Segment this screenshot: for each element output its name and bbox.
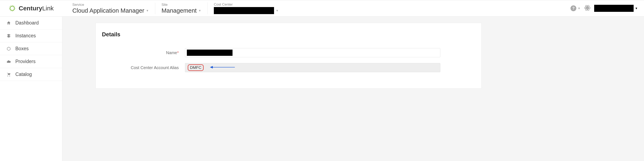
alias-readonly-field: DMFC — [185, 63, 440, 72]
sidebar-item-catalog[interactable]: Catalog — [0, 68, 62, 81]
settings-atom-icon[interactable] — [584, 4, 591, 12]
details-card: Details Name* Cost Center Account Alias … — [96, 23, 482, 88]
cloud-icon — [6, 59, 11, 64]
help-menu[interactable]: ? ▼ — [570, 6, 580, 11]
alias-row: Cost Center Account Alias DMFC — [102, 63, 475, 72]
service-label: Service — [72, 3, 149, 7]
top-bar: CenturyLink Service Cloud Application Ma… — [0, 0, 644, 16]
header-selectors: Service Cloud Application Manager ▼ Site… — [66, 2, 285, 14]
sidebar-item-label: Catalog — [15, 72, 32, 77]
caret-down-icon: ▼ — [578, 7, 580, 10]
required-asterisk: * — [177, 50, 179, 55]
sidebar-item-boxes[interactable]: Boxes — [0, 42, 62, 55]
help-icon: ? — [570, 6, 576, 11]
sidebar-item-dashboard[interactable]: Dashboard — [0, 16, 62, 30]
cost-center-label: Cost Center — [214, 2, 278, 7]
name-input[interactable] — [185, 48, 440, 57]
sidebar-item-label: Boxes — [15, 46, 29, 52]
caret-down-icon: ▼ — [198, 9, 201, 12]
sidebar-item-instances[interactable]: Instances — [0, 30, 62, 42]
alias-value: DMFC — [188, 64, 204, 71]
name-value-redacted — [187, 50, 232, 56]
brand-name: CenturyLink — [19, 5, 54, 12]
home-icon — [6, 21, 11, 25]
caret-down-icon: ▼ — [635, 7, 638, 10]
annotation-arrow-icon — [210, 65, 235, 70]
svg-marker-5 — [210, 66, 213, 68]
caret-down-icon: ▼ — [276, 9, 278, 12]
name-label: Name* — [102, 50, 185, 55]
alias-label: Cost Center Account Alias — [102, 65, 185, 70]
details-title: Details — [102, 31, 475, 38]
sidebar-item-providers[interactable]: Providers — [0, 55, 62, 68]
sidebar-item-label: Providers — [15, 59, 36, 64]
brand-logo: CenturyLink — [8, 4, 54, 12]
service-value: Cloud Application Manager — [72, 7, 144, 14]
service-selector[interactable]: Service Cloud Application Manager ▼ — [66, 3, 155, 14]
cost-center-selector[interactable]: Cost Center ▼ — [208, 2, 285, 14]
user-name-redacted — [594, 5, 634, 12]
site-selector[interactable]: Site Management ▼ — [155, 3, 208, 14]
layers-icon — [6, 34, 11, 38]
name-row: Name* — [102, 48, 475, 57]
site-value: Management — [162, 7, 196, 14]
top-right-controls: ? ▼ ▼ — [570, 4, 638, 12]
centurylink-logo-icon — [8, 4, 16, 12]
user-menu[interactable]: ▼ — [594, 5, 638, 12]
cost-center-value-redacted — [214, 7, 274, 14]
cart-icon — [6, 72, 11, 77]
sidebar-item-label: Dashboard — [15, 20, 39, 26]
box-icon — [6, 46, 11, 51]
caret-down-icon: ▼ — [146, 9, 149, 12]
sidebar-item-label: Instances — [15, 33, 36, 38]
main-content: Details Name* Cost Center Account Alias … — [62, 16, 644, 161]
sidebar: Dashboard Instances Boxes Providers Cata… — [0, 16, 62, 161]
site-label: Site — [162, 3, 201, 7]
svg-point-0 — [587, 7, 588, 8]
